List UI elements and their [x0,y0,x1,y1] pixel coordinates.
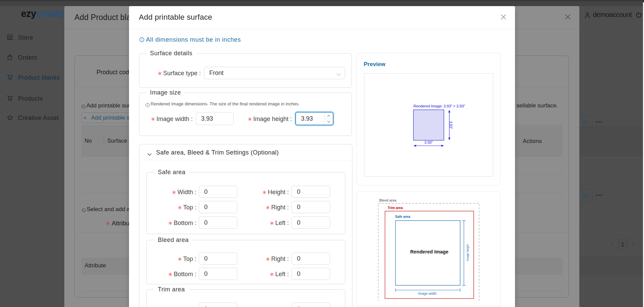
svg-text:Image height: Image height [466,244,469,261]
svg-text:Rendered Image: 3.93" × 3.93": Rendered Image: 3.93" × 3.93" [413,104,465,108]
svg-text:Bleed area: Bleed area [379,199,396,202]
svg-text:Safe area: Safe area [395,215,410,219]
svg-text:Trim area: Trim area [388,206,403,210]
svg-text:3.93": 3.93" [424,140,433,144]
svg-text:Image width: Image width [418,292,436,295]
svg-text:Rendered Image: Rendered Image [410,249,449,254]
svg-text:3.93": 3.93" [449,121,453,129]
